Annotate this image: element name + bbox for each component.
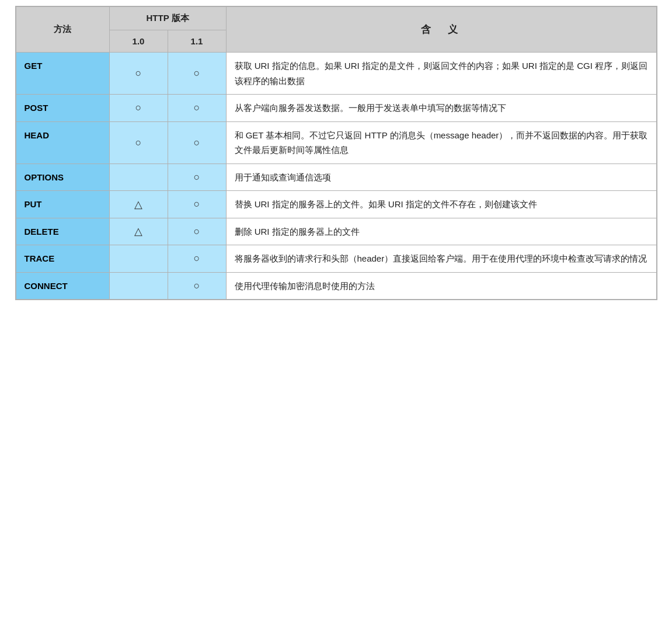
http10-cell: ○ <box>109 53 168 95</box>
method-cell: TRACE <box>16 245 109 273</box>
http10-cell: ○ <box>109 121 168 164</box>
method-header: 方法 <box>16 7 109 53</box>
method-cell: DELETE <box>16 218 109 245</box>
http10-cell: ○ <box>109 95 168 122</box>
method-cell: CONNECT <box>16 272 109 300</box>
table-row: OPTIONS○用于通知或查询通信选项 <box>16 164 656 191</box>
meaning-cell: 删除 URI 指定的服务器上的文件 <box>226 218 656 245</box>
meaning-cell: 和 GET 基本相同。不过它只返回 HTTP 的消息头（message head… <box>226 121 656 164</box>
table-row: PUT△○替换 URI 指定的服务器上的文件。如果 URI 指定的文件不存在，则… <box>16 191 656 218</box>
table-row: CONNECT○使用代理传输加密消息时使用的方法 <box>16 272 656 300</box>
table-row: GET○○获取 URI 指定的信息。如果 URI 指定的是文件，则返回文件的内容… <box>16 53 656 95</box>
http10-cell: △ <box>109 218 168 245</box>
method-cell: POST <box>16 95 109 122</box>
http10-header: 1.0 <box>109 30 168 53</box>
meaning-cell: 用于通知或查询通信选项 <box>226 164 656 191</box>
http11-cell: ○ <box>168 272 226 300</box>
http10-cell <box>109 245 168 273</box>
http-version-header: HTTP 版本 <box>109 7 226 30</box>
method-cell: OPTIONS <box>16 164 109 191</box>
http11-cell: ○ <box>168 191 226 218</box>
http11-cell: ○ <box>168 121 226 164</box>
meaning-cell: 获取 URI 指定的信息。如果 URI 指定的是文件，则返回文件的内容；如果 U… <box>226 53 656 95</box>
meaning-cell: 替换 URI 指定的服务器上的文件。如果 URI 指定的文件不存在，则创建该文件 <box>226 191 656 218</box>
meaning-cell: 从客户端向服务器发送数据。一般用于发送表单中填写的数据等情况下 <box>226 95 656 122</box>
method-cell: GET <box>16 53 109 95</box>
http11-cell: ○ <box>168 245 226 273</box>
http11-cell: ○ <box>168 218 226 245</box>
http11-cell: ○ <box>168 53 226 95</box>
http10-cell <box>109 164 168 191</box>
method-cell: PUT <box>16 191 109 218</box>
meaning-cell: 将服务器收到的请求行和头部（header）直接返回给客户端。用于在使用代理的环境… <box>226 245 656 273</box>
http-methods-table: 方法 HTTP 版本 含 义 1.0 1.1 GET○○获取 URI 指定的信息… <box>15 6 657 300</box>
http11-cell: ○ <box>168 95 226 122</box>
http11-cell: ○ <box>168 164 226 191</box>
http11-header: 1.1 <box>168 30 226 53</box>
method-cell: HEAD <box>16 121 109 164</box>
http10-cell <box>109 272 168 300</box>
table-row: POST○○从客户端向服务器发送数据。一般用于发送表单中填写的数据等情况下 <box>16 95 656 122</box>
table-row: DELETE△○删除 URI 指定的服务器上的文件 <box>16 218 656 245</box>
http10-cell: △ <box>109 191 168 218</box>
table-row: HEAD○○和 GET 基本相同。不过它只返回 HTTP 的消息头（messag… <box>16 121 656 164</box>
meaning-header: 含 义 <box>226 7 656 53</box>
table-row: TRACE○将服务器收到的请求行和头部（header）直接返回给客户端。用于在使… <box>16 245 656 273</box>
meaning-cell: 使用代理传输加密消息时使用的方法 <box>226 272 656 300</box>
